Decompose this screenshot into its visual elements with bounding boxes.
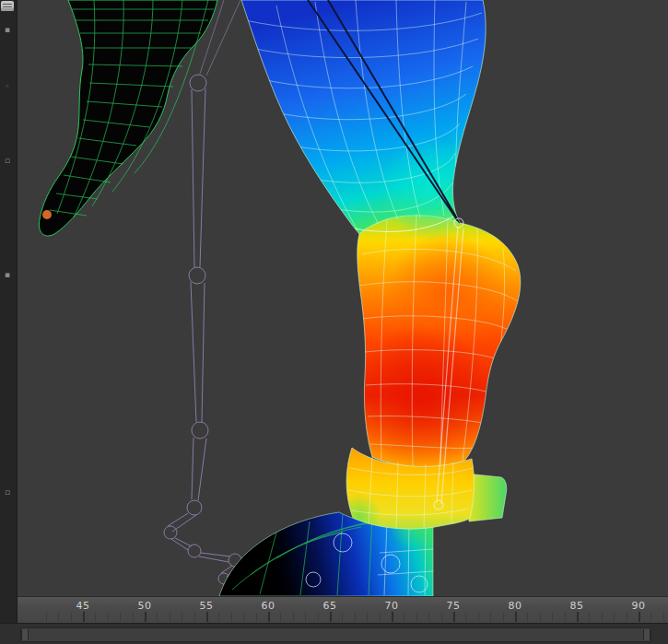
range-slider-left-handle[interactable] [21,629,29,640]
timeline-minor-tick [231,613,232,622]
timeline-major-tick [392,612,393,622]
timeline-minor-tick [120,613,121,622]
timeline-minor-tick [465,613,466,622]
timeline-minor-tick [380,613,381,622]
timeline-minor-tick [58,613,59,622]
timeline-minor-tick [650,613,651,622]
timeline-minor-tick [663,613,664,622]
timeline-minor-tick [355,613,356,622]
timeline-minor-tick [627,613,627,622]
time-slider[interactable]: 45505560657075808590 [0,596,668,624]
timeline-minor-tick [478,613,479,622]
tool-tag-icon[interactable]: ▫ [2,486,13,498]
timeline-minor-tick [256,613,257,622]
timeline-minor-tick [194,613,195,622]
timeline-minor-tick [243,613,244,622]
timeline-minor-tick [218,613,219,622]
timeline-major-tick [577,612,579,622]
timeline-frame-label: 90 [632,600,646,612]
timeline-major-tick [83,612,85,622]
timeline-minor-tick [318,613,319,622]
viewport-3d[interactable] [0,0,668,596]
timeline-major-tick [639,612,640,622]
timeline-minor-tick [416,613,417,622]
timeline-minor-tick [367,613,368,622]
timeline-frame-label: 55 [200,600,214,612]
timeline-minor-tick [46,613,47,622]
range-slider[interactable] [0,623,668,644]
timeline-minor-tick [540,613,541,622]
timeline-minor-tick [404,613,404,622]
timeline-frame-label: 70 [385,600,399,612]
tool-sphere-icon[interactable]: ◦ [2,81,13,92]
timeline-minor-tick [170,613,170,622]
timeline-frame-label: 85 [570,600,584,612]
timeline-minor-tick [108,613,109,622]
timeline-minor-tick [342,613,343,622]
timeline-minor-tick [157,613,158,622]
timeline-major-tick [453,612,455,622]
timeline-minor-tick [614,613,615,622]
timeline-minor-tick [503,613,504,622]
timeline-minor-tick [527,613,528,622]
range-slider-bar[interactable] [20,627,651,642]
timeline-frame-label: 75 [447,600,461,612]
timeline-frame-label: 45 [76,600,90,612]
viewport-canvas[interactable] [0,0,668,596]
timeline-frame-label: 65 [323,600,337,612]
timeline-minor-tick [602,613,603,622]
timeline-minor-tick [293,613,294,622]
timeline-minor-tick [182,613,182,622]
timeline-minor-tick [441,613,442,622]
timeline-minor-tick [589,613,590,622]
timeline-minor-tick [71,613,72,622]
locator-marker[interactable] [42,210,52,219]
tool-grid-icon[interactable]: ▫ [2,155,13,166]
timeline-major-tick [268,612,270,622]
timeline-major-tick [145,612,146,622]
timeline-minor-tick [95,613,96,622]
timeline-minor-tick [552,613,553,622]
timeline-minor-tick [428,613,429,622]
timeline-major-tick [515,612,517,622]
left-tool-strip: ▪◦▫▪▫ [0,0,18,623]
panel-menu-icon[interactable] [1,1,14,11]
timeline-minor-tick [133,613,134,622]
tool-node-icon[interactable]: ▪ [2,269,13,280]
timeline-frame-label: 50 [138,600,152,612]
timeline-major-tick [206,612,208,622]
timeline-frame-label: 80 [509,600,522,612]
timeline-minor-tick [565,613,566,622]
timeline-minor-tick [280,613,281,622]
range-slider-right-handle[interactable] [643,629,650,640]
tool-marker-icon[interactable]: ▪ [2,24,13,35]
timeline-minor-tick [305,613,306,622]
timeline-minor-tick [490,613,491,622]
timeline-major-tick [330,612,332,622]
timeline-frame-label: 60 [262,600,275,612]
application-window: ▪◦▫▪▫ 45505560657075808590 [0,0,668,644]
